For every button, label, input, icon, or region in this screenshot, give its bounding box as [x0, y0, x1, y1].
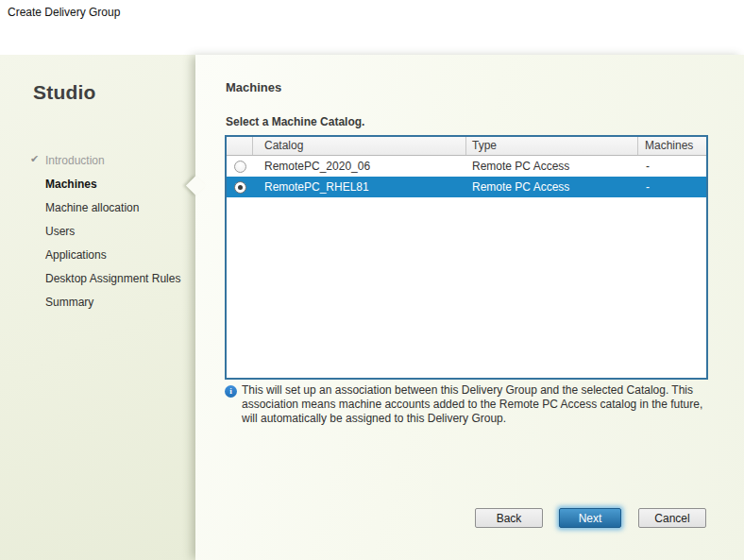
column-header-select	[227, 137, 253, 155]
step-label: Introduction	[45, 154, 105, 167]
info-note-line: association means machine accounts added…	[242, 398, 714, 412]
select-catalog-label: Select a Machine Catalog.	[226, 115, 364, 128]
step-label: Users	[45, 225, 75, 238]
step-introduction[interactable]: ✔ Introduction	[45, 154, 105, 167]
step-applications: Applications	[45, 248, 107, 262]
step-machine-allocation: Machine allocation	[45, 201, 139, 214]
radio-cell	[227, 161, 253, 173]
window-titlebar: Create Delivery Group	[0, 0, 744, 55]
radio-unselected-icon[interactable]	[234, 161, 246, 173]
step-label: Desktop Assignment Rules	[45, 272, 180, 285]
table-header-row: Catalog Type Machines	[227, 137, 706, 156]
catalog-cell: RemotePC_2020_06	[253, 160, 466, 173]
catalog-cell: RemotePC_RHEL81	[253, 180, 466, 194]
info-note-line: This will set up an association between …	[242, 383, 714, 398]
studio-logo: Studio	[33, 81, 96, 104]
step-machines[interactable]: Machines	[45, 178, 97, 191]
info-icon-glyph: i	[229, 386, 232, 396]
info-note-line: will automatically be assigned to this D…	[242, 412, 714, 426]
column-header-catalog[interactable]: Catalog	[253, 137, 466, 155]
machines-cell: -	[638, 160, 706, 173]
step-summary: Summary	[45, 296, 93, 309]
table-row-remotepc-rhel81[interactable]: RemotePC_RHEL81 Remote PC Access -	[227, 177, 706, 197]
step-label: Machines	[45, 178, 97, 191]
info-icon: i	[225, 385, 237, 398]
wizard-content-panel: Machines Select a Machine Catalog. Catal…	[195, 55, 744, 560]
step-label: Applications	[45, 248, 107, 262]
step-users: Users	[45, 225, 75, 238]
table-row-remotepc-2020-06[interactable]: RemotePC_2020_06 Remote PC Access -	[227, 156, 706, 177]
window-title: Create Delivery Group	[8, 6, 120, 19]
machine-catalog-table: Catalog Type Machines RemotePC_2020_06 R…	[225, 135, 708, 380]
radio-cell	[227, 181, 253, 194]
machines-cell: -	[638, 180, 706, 194]
cancel-button[interactable]: Cancel	[638, 508, 706, 528]
wizard-sidebar: Studio ✔ Introduction Machines Machine a…	[0, 55, 195, 560]
info-note: This will set up an association between …	[242, 383, 714, 426]
step-desktop-assignment-rules: Desktop Assignment Rules	[45, 272, 180, 285]
step-label: Summary	[45, 296, 93, 309]
create-delivery-group-dialog: Studio ✔ Introduction Machines Machine a…	[0, 55, 744, 560]
checkmark-icon: ✔	[30, 153, 39, 165]
radio-selected-icon[interactable]	[234, 181, 246, 194]
column-header-type[interactable]: Type	[466, 137, 638, 155]
next-button[interactable]: Next	[559, 508, 621, 528]
type-cell: Remote PC Access	[466, 160, 638, 173]
page-title: Machines	[226, 80, 281, 94]
step-label: Machine allocation	[45, 201, 139, 214]
back-button[interactable]: Back	[475, 508, 543, 528]
type-cell: Remote PC Access	[466, 180, 638, 194]
column-header-machines[interactable]: Machines	[638, 137, 706, 155]
